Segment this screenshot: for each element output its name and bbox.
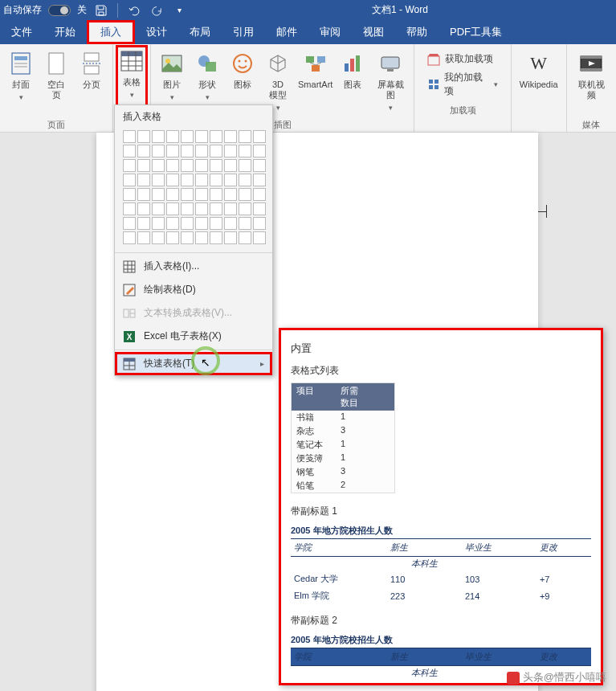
grid-cell[interactable] bbox=[152, 174, 165, 186]
grid-cell[interactable] bbox=[181, 231, 194, 244]
save-icon[interactable] bbox=[93, 2, 109, 18]
grid-cell[interactable] bbox=[195, 159, 208, 172]
grid-cell[interactable] bbox=[253, 174, 266, 186]
grid-cell[interactable] bbox=[239, 159, 251, 172]
grid-cell[interactable] bbox=[152, 217, 165, 230]
grid-cell[interactable] bbox=[123, 159, 136, 172]
grid-cell[interactable] bbox=[210, 202, 222, 215]
grid-cell[interactable] bbox=[224, 217, 237, 230]
grid-cell[interactable] bbox=[123, 188, 136, 201]
grid-cell[interactable] bbox=[166, 188, 179, 201]
grid-cell[interactable] bbox=[239, 202, 251, 215]
grid-cell[interactable] bbox=[166, 159, 179, 172]
grid-cell[interactable] bbox=[181, 217, 194, 230]
grid-cell[interactable] bbox=[195, 217, 208, 230]
grid-cell[interactable] bbox=[152, 188, 165, 201]
cover-page-button[interactable]: 封面 ▾ bbox=[5, 47, 37, 117]
grid-cell[interactable] bbox=[253, 231, 266, 244]
grid-cell[interactable] bbox=[152, 130, 165, 143]
screenshot-button[interactable]: 屏幕截图 ▾ bbox=[372, 47, 409, 117]
grid-cell[interactable] bbox=[152, 231, 165, 244]
grid-cell[interactable] bbox=[123, 202, 136, 215]
grid-cell[interactable] bbox=[195, 231, 208, 244]
tab-pdf[interactable]: PDF工具集 bbox=[439, 20, 513, 44]
grid-cell[interactable] bbox=[195, 202, 208, 215]
grid-cell[interactable] bbox=[152, 202, 165, 215]
grid-cell[interactable] bbox=[195, 188, 208, 201]
grid-cell[interactable] bbox=[123, 217, 136, 230]
grid-cell[interactable] bbox=[195, 174, 208, 186]
smartart-button[interactable]: SmartArt bbox=[297, 47, 333, 117]
grid-cell[interactable] bbox=[239, 145, 251, 157]
grid-cell[interactable] bbox=[224, 145, 237, 157]
grid-cell[interactable] bbox=[123, 145, 136, 157]
grid-cell[interactable] bbox=[253, 130, 266, 143]
subtitle1-table-preview[interactable]: 2005 年地方院校招生人数 学院 新生 毕业生 更改 本科生 Cedar 大学… bbox=[291, 523, 591, 604]
grid-cell[interactable] bbox=[253, 159, 266, 172]
grid-cell[interactable] bbox=[210, 231, 222, 244]
grid-cell[interactable] bbox=[181, 202, 194, 215]
grid-cell[interactable] bbox=[224, 159, 237, 172]
grid-cell[interactable] bbox=[210, 130, 222, 143]
grid-cell[interactable] bbox=[239, 217, 251, 230]
excel-table-menu[interactable]: X Excel 电子表格(X) bbox=[115, 325, 272, 348]
tab-mailings[interactable]: 邮件 bbox=[265, 20, 308, 44]
grid-cell[interactable] bbox=[123, 174, 136, 186]
grid-cell[interactable] bbox=[137, 130, 150, 143]
grid-cell[interactable] bbox=[224, 202, 237, 215]
list-table-preview[interactable]: 项目所需数目 书籍1杂志3笔记本1便笺簿1钢笔3铅笔2 bbox=[291, 382, 395, 493]
grid-cell[interactable] bbox=[137, 231, 150, 244]
my-addins-button[interactable]: 我的加载项 ▾ bbox=[424, 69, 500, 100]
grid-cell[interactable] bbox=[181, 188, 194, 201]
wikipedia-button[interactable]: W Wikipedia bbox=[516, 47, 561, 117]
grid-cell[interactable] bbox=[210, 145, 222, 157]
grid-cell[interactable] bbox=[166, 130, 179, 143]
grid-cell[interactable] bbox=[210, 217, 222, 230]
online-video-button[interactable]: 联机视频 bbox=[572, 47, 611, 117]
grid-cell[interactable] bbox=[152, 159, 165, 172]
tab-references[interactable]: 引用 bbox=[222, 20, 265, 44]
blank-page-button[interactable]: 空白页 bbox=[40, 47, 72, 117]
grid-cell[interactable] bbox=[195, 145, 208, 157]
grid-cell[interactable] bbox=[137, 145, 150, 157]
grid-cell[interactable] bbox=[123, 130, 136, 143]
grid-cell[interactable] bbox=[239, 130, 251, 143]
grid-cell[interactable] bbox=[253, 188, 266, 201]
autosave-toggle[interactable] bbox=[48, 5, 71, 16]
grid-cell[interactable] bbox=[181, 174, 194, 186]
grid-cell[interactable] bbox=[166, 202, 179, 215]
insert-table-menu[interactable]: 插入表格(I)... bbox=[115, 255, 272, 278]
grid-cell[interactable] bbox=[137, 174, 150, 186]
redo-icon[interactable] bbox=[149, 2, 165, 18]
grid-cell[interactable] bbox=[166, 231, 179, 244]
table-grid-picker[interactable] bbox=[115, 127, 272, 251]
tab-insert[interactable]: 插入 bbox=[87, 20, 135, 44]
grid-cell[interactable] bbox=[253, 145, 266, 157]
tab-design[interactable]: 设计 bbox=[135, 20, 178, 44]
grid-cell[interactable] bbox=[166, 145, 179, 157]
grid-cell[interactable] bbox=[210, 159, 222, 172]
tab-home[interactable]: 开始 bbox=[43, 20, 87, 44]
grid-cell[interactable] bbox=[181, 130, 194, 143]
grid-cell[interactable] bbox=[239, 188, 251, 201]
tab-review[interactable]: 审阅 bbox=[308, 20, 352, 44]
grid-cell[interactable] bbox=[239, 174, 251, 186]
grid-cell[interactable] bbox=[195, 130, 208, 143]
grid-cell[interactable] bbox=[210, 174, 222, 186]
grid-cell[interactable] bbox=[239, 231, 251, 244]
grid-cell[interactable] bbox=[224, 231, 237, 244]
grid-cell[interactable] bbox=[137, 217, 150, 230]
get-addins-button[interactable]: 获取加载项 bbox=[424, 51, 500, 67]
grid-cell[interactable] bbox=[210, 188, 222, 201]
grid-cell[interactable] bbox=[224, 188, 237, 201]
grid-cell[interactable] bbox=[137, 202, 150, 215]
grid-cell[interactable] bbox=[181, 145, 194, 157]
grid-cell[interactable] bbox=[166, 217, 179, 230]
grid-cell[interactable] bbox=[137, 188, 150, 201]
draw-table-menu[interactable]: 绘制表格(D) bbox=[115, 278, 272, 301]
tab-layout[interactable]: 布局 bbox=[178, 20, 222, 44]
grid-cell[interactable] bbox=[181, 159, 194, 172]
grid-cell[interactable] bbox=[253, 202, 266, 215]
grid-cell[interactable] bbox=[166, 174, 179, 186]
undo-icon[interactable] bbox=[126, 2, 142, 18]
